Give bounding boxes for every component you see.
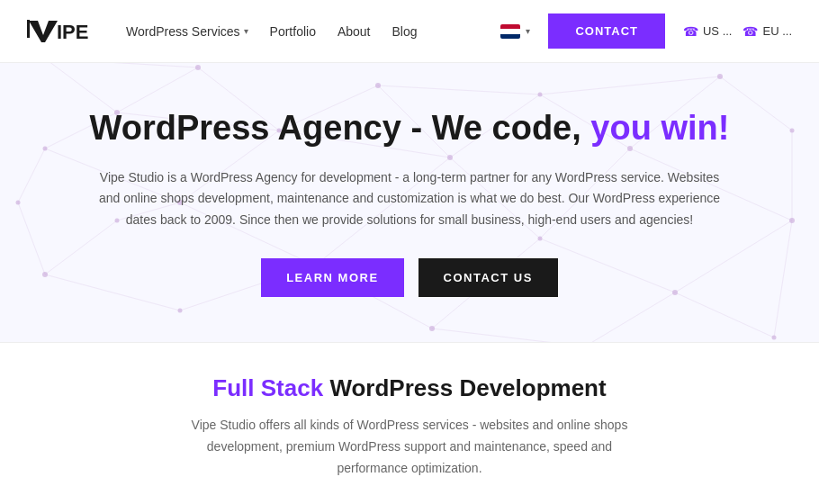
- flag-icon: [500, 24, 520, 39]
- nav-portfolio[interactable]: Portfolio: [270, 24, 316, 39]
- svg-point-44: [375, 83, 381, 88]
- nav-wordpress-services[interactable]: WordPress Services ▾: [126, 24, 248, 39]
- svg-point-49: [790, 128, 795, 132]
- logo[interactable]: IPE: [27, 15, 99, 48]
- svg-point-51: [43, 146, 48, 150]
- svg-line-36: [675, 292, 774, 338]
- svg-point-46: [538, 92, 543, 96]
- svg-marker-0: [29, 21, 58, 42]
- contact-button[interactable]: CONTACT: [548, 14, 665, 49]
- nav-about[interactable]: About: [338, 24, 371, 39]
- svg-line-3: [45, 63, 117, 112]
- svg-point-61: [772, 335, 777, 339]
- hero-section: .node { fill: #9b59b6; opacity: 0.6; } .…: [0, 63, 819, 342]
- svg-line-35: [585, 292, 675, 342]
- hero-description: Vipe Studio is a WordPress Agency for de…: [94, 167, 724, 231]
- phone-icon-eu: ☎: [742, 24, 758, 39]
- svg-line-16: [540, 76, 720, 94]
- svg-point-62: [16, 200, 21, 204]
- svg-point-42: [195, 65, 201, 70]
- svg-line-37: [774, 220, 792, 338]
- svg-text:IPE: IPE: [57, 21, 88, 43]
- svg-point-50: [789, 218, 795, 223]
- svg-point-48: [717, 74, 723, 79]
- svg-line-6: [45, 63, 198, 68]
- svg-rect-1: [27, 20, 30, 38]
- svg-point-59: [429, 326, 435, 331]
- language-selector[interactable]: ▾: [500, 24, 530, 39]
- svg-point-57: [42, 272, 48, 277]
- contact-us-button[interactable]: CONTACT US: [418, 258, 558, 297]
- header: IPE WordPress Services ▾ Portfolio About…: [0, 0, 819, 63]
- dropdown-arrow-icon: ▾: [244, 26, 248, 36]
- svg-line-39: [18, 202, 45, 274]
- main-nav: WordPress Services ▾ Portfolio About Blo…: [126, 24, 491, 39]
- phone-icon-us: ☎: [683, 24, 698, 39]
- phone-eu[interactable]: ☎ EU ...: [742, 24, 792, 39]
- lower-section: Full Stack WordPress Development Vipe St…: [0, 342, 819, 504]
- lower-description: Vipe Studio offers all kinds of WordPres…: [176, 415, 644, 479]
- hero-buttons: LEARN MORE CONTACT US: [72, 258, 747, 297]
- phone-us[interactable]: ☎ US ...: [683, 24, 733, 39]
- svg-line-34: [432, 328, 585, 342]
- svg-point-58: [178, 308, 183, 312]
- hero-content: WordPress Agency - We code, you win! Vip…: [72, 108, 747, 297]
- svg-line-4: [117, 68, 198, 112]
- svg-line-38: [18, 148, 45, 202]
- svg-line-17: [378, 86, 540, 94]
- logo-svg: IPE: [27, 15, 99, 48]
- nav-blog[interactable]: Blog: [392, 24, 418, 39]
- lower-title: Full Stack WordPress Development: [72, 374, 747, 402]
- learn-more-button[interactable]: LEARN MORE: [261, 258, 403, 297]
- lang-dropdown-arrow-icon: ▾: [526, 26, 530, 36]
- hero-title: WordPress Agency - We code, you win!: [72, 108, 747, 149]
